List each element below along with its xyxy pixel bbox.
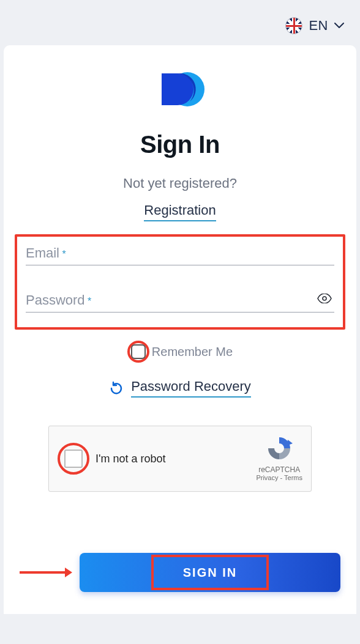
recaptcha-icon [266, 435, 293, 462]
required-asterisk: * [62, 249, 66, 259]
captcha-terms-link[interactable]: Terms [284, 474, 302, 481]
required-asterisk: * [88, 296, 91, 306]
password-label: Password [26, 292, 85, 308]
arrow-right-icon [20, 566, 72, 579]
chevron-down-icon[interactable] [334, 23, 344, 29]
credentials-highlight-box: Email * Password * [15, 234, 345, 330]
svg-marker-4 [65, 568, 72, 577]
remember-highlight-circle [127, 341, 149, 363]
password-field[interactable]: Password * [26, 292, 334, 313]
refresh-icon [109, 381, 124, 396]
registration-link[interactable]: Registration [144, 202, 216, 221]
captcha-brand: reCAPTCHA [256, 465, 302, 474]
eye-icon[interactable] [317, 294, 332, 306]
captcha-branding: reCAPTCHA Privacy - Terms [256, 435, 302, 481]
signin-highlight-box [151, 555, 269, 590]
captcha-sep: - [278, 474, 284, 481]
svg-point-1 [323, 297, 326, 300]
signin-row: SIGN IN [15, 553, 345, 592]
captcha-checkbox[interactable] [64, 450, 83, 468]
top-bar: EN [0, 0, 360, 45]
uk-flag-icon [285, 17, 302, 34]
remember-checkbox[interactable] [131, 344, 146, 359]
recaptcha-widget: I'm not a robot reCAPTCHA Privacy - Term… [48, 426, 312, 492]
remember-row: Remember Me [15, 341, 345, 363]
email-field[interactable]: Email * [26, 245, 334, 265]
page-title: Sign In [15, 131, 345, 158]
captcha-highlight-circle [58, 443, 89, 475]
password-recovery-link[interactable]: Password Recovery [131, 379, 251, 398]
email-label: Email [26, 245, 59, 261]
remember-label: Remember Me [152, 345, 233, 359]
captcha-privacy-link[interactable]: Privacy [256, 474, 278, 481]
subtitle-text: Not yet registered? [15, 176, 345, 191]
captcha-label: I'm not a robot [96, 453, 166, 465]
recovery-row: Password Recovery [15, 379, 345, 398]
app-logo [15, 70, 345, 114]
language-code[interactable]: EN [309, 18, 328, 34]
signin-card: Sign In Not yet registered? Registration… [4, 45, 356, 614]
signin-button[interactable]: SIGN IN [80, 553, 340, 592]
